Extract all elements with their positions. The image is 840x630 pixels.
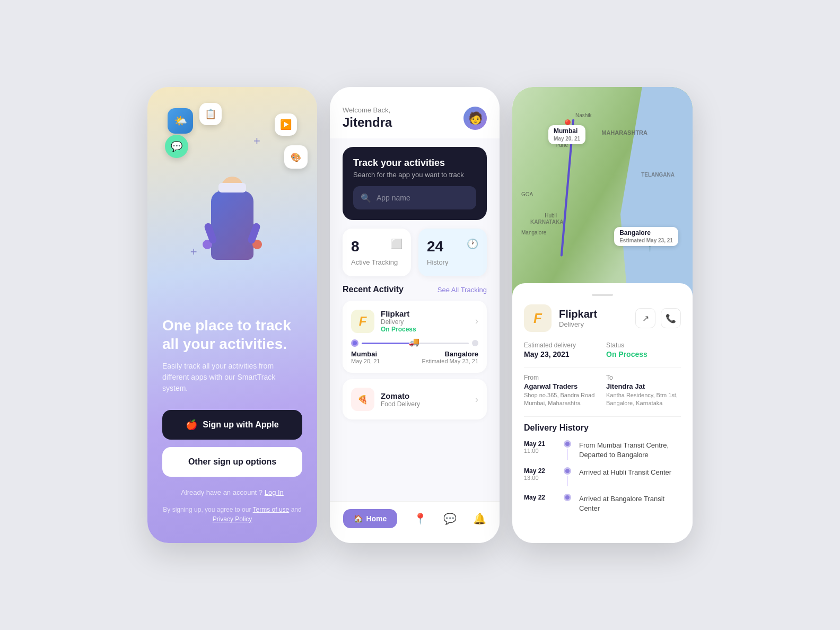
- map-mumbai-label: MumbaiMay 20, 21: [548, 125, 585, 144]
- history-date-block: May 22 13:00: [524, 467, 556, 486]
- history-dot: [564, 494, 571, 501]
- from-date: May 20, 21: [351, 358, 380, 364]
- from-address: Shop no.365, Bandra Road: [524, 391, 599, 399]
- map-label-goa: GOA: [521, 191, 533, 197]
- flipkart-name: Flipkart: [381, 309, 469, 318]
- location-icon: 📍: [414, 512, 427, 525]
- onboarding-title: One place to track all your activities.: [162, 316, 302, 353]
- active-label: Active Tracking: [351, 258, 398, 266]
- search-placeholder: App name: [377, 194, 410, 202]
- header-row: Welcome Back, Jitendra 🧑: [343, 106, 487, 130]
- greeting-block: Welcome Back, Jitendra: [343, 106, 392, 130]
- flipkart-row: F Flipkart Delivery On Process ›: [351, 309, 478, 333]
- map-label-nashik: Nashik: [575, 112, 592, 118]
- apple-signup-button[interactable]: 🍎 Sign up with Apple: [162, 410, 302, 440]
- detail-action-buttons: ↗ 📞: [635, 308, 681, 328]
- recent-activity-header: Recent Activity See All Tracking: [330, 285, 500, 301]
- privacy-link[interactable]: Privacy Policy: [213, 515, 252, 523]
- history-dot-column: [563, 440, 572, 460]
- info-grid: Estimated delivery May 23, 2021 Status O…: [524, 342, 681, 358]
- map-label-maharashtra: MAHARASHTRA: [601, 129, 648, 136]
- home-icon: 🏠: [354, 514, 363, 523]
- to-city: Bangalore, Karnataka: [606, 399, 681, 407]
- flipkart-status: On Process: [381, 326, 469, 333]
- history-dot: [564, 467, 571, 475]
- history-date-block: May 22: [524, 494, 556, 513]
- flipkart-type: Delivery: [381, 318, 469, 326]
- to-date: Estimated May 23, 21: [422, 358, 478, 364]
- to-label: To: [606, 374, 681, 381]
- zomato-info: Zomato Food Delivery: [381, 391, 469, 408]
- screens-container: 🌤️ 📋 ▶️ 🎨 💬 + + + One pla: [147, 87, 693, 543]
- status-cell: Status On Process: [606, 342, 681, 358]
- dashboard-screen: Welcome Back, Jitendra 🧑 Track your acti…: [330, 87, 500, 543]
- nav-notifications[interactable]: 🔔: [473, 512, 486, 525]
- onboarding-subtitle: Easily track all your activities from di…: [162, 361, 302, 394]
- flipkart-chevron: ›: [475, 316, 478, 327]
- messages-icon: 💬: [443, 512, 457, 525]
- recent-title: Recent Activity: [343, 285, 404, 294]
- home-label: Home: [366, 514, 387, 523]
- history-description: Arrived at Hubli Transit Center: [579, 467, 671, 486]
- zomato-row: 🍕 Zomato Food Delivery ›: [351, 388, 478, 411]
- flipkart-logo: F: [351, 310, 374, 333]
- history-time: 11:00: [524, 448, 556, 454]
- route-labels: Mumbai May 20, 21 Bangalore Estimated Ma…: [351, 350, 478, 364]
- history-card[interactable]: 🕐 24 History: [418, 229, 487, 276]
- to-city: Bangalore: [422, 350, 478, 358]
- other-signup-label: Other sign up options: [188, 457, 276, 467]
- share-button[interactable]: ↗: [635, 308, 655, 328]
- stats-row: ⬜ 8 Active Tracking 🕐 24 History: [343, 229, 487, 276]
- avatar[interactable]: 🧑: [463, 107, 487, 130]
- nav-home[interactable]: 🏠 Home: [343, 509, 397, 528]
- login-prompt: Already have an account ? Log In: [162, 488, 302, 496]
- call-button[interactable]: 📞: [661, 308, 681, 328]
- flipkart-info: Flipkart Delivery On Process: [381, 309, 469, 333]
- route-line: 🚚: [351, 339, 478, 347]
- map-label-mangalore: Mangalore: [521, 230, 546, 235]
- hero-figure: [185, 154, 280, 260]
- detail-header: F Flipkart Delivery ↗ 📞: [524, 304, 681, 332]
- login-link[interactable]: Log In: [265, 488, 284, 496]
- floating-icon-palette: 🎨: [284, 145, 308, 169]
- to-address: Kantha Residency, Btm 1st,: [606, 391, 681, 399]
- see-all-tracking[interactable]: See All Tracking: [438, 286, 487, 294]
- terms-link[interactable]: Terms of use: [253, 506, 290, 513]
- to-name: Jitendra Jat: [606, 382, 681, 391]
- welcome-text: Welcome Back,: [343, 106, 392, 114]
- other-signup-button[interactable]: Other sign up options: [162, 447, 302, 477]
- history-label: History: [427, 258, 448, 266]
- delivery-history-title: Delivery History: [524, 423, 681, 433]
- flipkart-detail-logo: F: [524, 304, 552, 332]
- phone-icon: 📞: [666, 313, 676, 323]
- history-dot-column: [563, 467, 572, 486]
- from-label: From: [524, 374, 599, 381]
- nav-location[interactable]: 📍: [414, 512, 427, 525]
- history-description: Arrived at Bangalore Transit Center: [579, 494, 681, 513]
- detail-app-type: Delivery: [559, 320, 597, 328]
- onboarding-screen: 🌤️ 📋 ▶️ 🎨 💬 + + + One pla: [147, 87, 317, 543]
- to-label-block: Bangalore Estimated May 23, 21: [422, 350, 478, 364]
- drag-handle[interactable]: [592, 294, 613, 296]
- divider2: [524, 416, 681, 417]
- estimated-delivery-label: Estimated delivery: [524, 342, 599, 349]
- zomato-logo: 🍕: [351, 388, 374, 411]
- from-city: Mumbai, Maharashtra: [524, 399, 599, 407]
- history-dot-column: [563, 494, 572, 513]
- active-tracking-card[interactable]: ⬜ 8 Active Tracking: [343, 229, 411, 276]
- terms-text: By signing up, you agree to our Terms of…: [162, 505, 302, 524]
- from-label-block: Mumbai May 20, 21: [351, 350, 380, 364]
- flipkart-activity-item[interactable]: F Flipkart Delivery On Process › 🚚: [343, 301, 487, 373]
- apple-icon: 🍎: [186, 419, 197, 431]
- detail-app-name: Flipkart: [559, 308, 597, 320]
- zomato-name: Zomato: [381, 391, 469, 400]
- history-date-block: May 21 11:00: [524, 440, 556, 460]
- zomato-activity-item[interactable]: 🍕 Zomato Food Delivery ›: [343, 379, 487, 419]
- map-mumbai-date: May 20, 21: [554, 136, 580, 142]
- app-search-bar[interactable]: 🔍 App name: [353, 186, 476, 209]
- history-date: May 22: [524, 467, 556, 475]
- history-item: May 22 13:00 Arrived at Hubli Transit Ce…: [524, 467, 681, 486]
- map-label-karnataka: KARNATAKA: [530, 219, 563, 225]
- nav-messages[interactable]: 💬: [443, 512, 457, 525]
- map-bangalore-date: Estimated May 23, 21: [619, 238, 673, 243]
